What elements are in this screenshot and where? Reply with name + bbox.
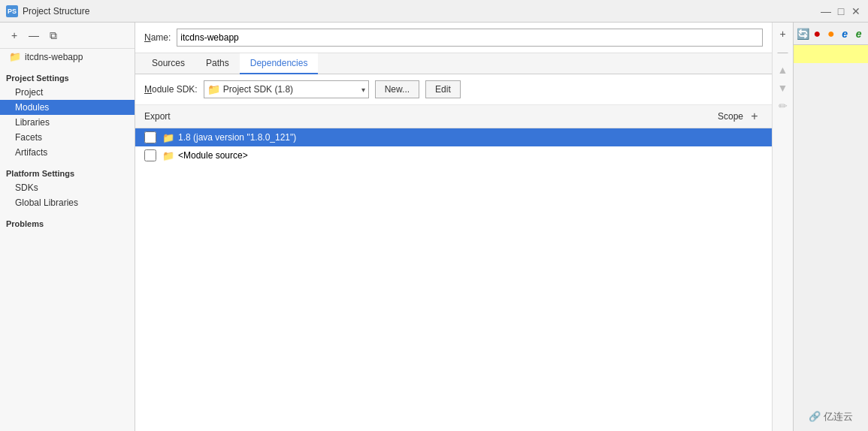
dep-down-side-button[interactable]: ▼ <box>775 80 791 96</box>
name-input[interactable] <box>177 29 763 47</box>
content-area: Name: Sources Paths Dependencies Module … <box>135 23 772 431</box>
tabs: Sources Paths Dependencies <box>135 53 772 74</box>
sdk-label: Module SDK: <box>144 84 198 95</box>
yellow-highlight-bar <box>794 45 868 63</box>
dep-row-jdk[interactable]: 📁 1.8 (java version "1.8.0_121") <box>135 128 772 146</box>
sdk-value: Project SDK (1.8) <box>223 84 358 95</box>
platform-settings-header: Platform Settings <box>0 163 135 180</box>
sidebar-item-modules[interactable]: Modules <box>0 100 135 115</box>
sdk-new-button[interactable]: New... <box>375 80 419 98</box>
brand-area: 🔗 亿连云 <box>794 63 868 431</box>
far-right-btn-red[interactable]: ● <box>811 26 824 42</box>
sidebar-remove-button[interactable]: — <box>26 27 42 44</box>
dep-jdk-name: 1.8 (java version "1.8.0_121") <box>178 132 688 143</box>
dep-table-header: Export Scope + <box>135 105 772 128</box>
project-settings-header: Project Settings <box>0 68 135 85</box>
title-bar-left: PS Project Structure <box>6 5 89 17</box>
sidebar-toolbar: + — ⧉ <box>0 23 135 49</box>
dep-jdk-checkbox[interactable] <box>144 131 156 143</box>
far-right-panel: 🔄 ● ● e e 🔗 亿连云 <box>793 23 868 431</box>
dep-scope-col-header: Scope <box>668 111 743 122</box>
dep-jdk-folder-icon: 📁 <box>162 132 174 143</box>
sidebar: + — ⧉ 📁 itcdns-webapp Project Settings P… <box>0 23 135 431</box>
dep-module-source-name: <Module source> <box>178 150 688 161</box>
sdk-folder-icon: 📁 <box>207 83 220 95</box>
title-bar-controls: — □ ✕ <box>820 5 862 17</box>
dep-module-source-checkbox[interactable] <box>144 149 156 161</box>
dep-up-side-button[interactable]: ▲ <box>775 62 791 78</box>
main-layout: + — ⧉ 📁 itcdns-webapp Project Settings P… <box>0 23 868 431</box>
far-right-btn-green[interactable]: e <box>853 26 866 42</box>
maximize-button[interactable]: □ <box>835 5 847 17</box>
dep-edit-side-button[interactable]: ✏ <box>775 98 791 114</box>
sidebar-item-artifacts[interactable]: Artifacts <box>0 145 135 160</box>
sdk-edit-button[interactable]: Edit <box>425 80 461 98</box>
sidebar-item-global-libraries[interactable]: Global Libraries <box>0 195 135 210</box>
green-e-icon: e <box>856 28 862 40</box>
refresh-icon: 🔄 <box>797 28 809 40</box>
brand-text: 🔗 亿连云 <box>809 410 853 423</box>
app-icon: PS <box>6 5 18 17</box>
tab-paths[interactable]: Paths <box>195 53 240 74</box>
sidebar-copy-button[interactable]: ⧉ <box>45 27 62 44</box>
dep-row-module-source[interactable]: 📁 <Module source> <box>135 146 772 164</box>
orange-circle-icon: ● <box>827 27 835 41</box>
far-right-btn-refresh[interactable]: 🔄 <box>797 26 809 42</box>
right-toolbar: + — ▲ ▼ ✏ <box>772 23 793 431</box>
name-label: Name: <box>144 32 171 43</box>
tree-item-label: itcdns-webapp <box>25 52 83 62</box>
dep-export-col-header: Export <box>144 111 204 122</box>
minimize-button[interactable]: — <box>820 5 832 17</box>
sidebar-item-project[interactable]: Project <box>0 85 135 100</box>
red-circle-icon: ● <box>813 27 821 41</box>
tree-item-webapp[interactable]: 📁 itcdns-webapp <box>0 49 135 65</box>
dep-add-button[interactable]: + <box>746 108 763 125</box>
close-button[interactable]: ✕ <box>850 5 862 17</box>
title-bar: PS Project Structure — □ ✕ <box>0 0 868 23</box>
dep-remove-side-button[interactable]: — <box>775 44 791 60</box>
far-right-btn-orange[interactable]: ● <box>825 26 838 42</box>
sidebar-item-facets[interactable]: Facets <box>0 130 135 145</box>
tab-dependencies[interactable]: Dependencies <box>240 53 319 74</box>
dep-list: 📁 1.8 (java version "1.8.0_121") 📁 <Modu… <box>135 128 772 431</box>
dep-add-side-button[interactable]: + <box>775 26 791 42</box>
far-right-toolbar: 🔄 ● ● e e <box>794 23 868 45</box>
sidebar-item-libraries[interactable]: Libraries <box>0 115 135 130</box>
sdk-select[interactable]: 📁 Project SDK (1.8) ▾ <box>204 80 369 98</box>
sidebar-add-button[interactable]: + <box>6 27 23 44</box>
tab-sources[interactable]: Sources <box>141 53 195 74</box>
blue-e-icon: e <box>842 28 848 40</box>
name-row: Name: <box>135 23 772 53</box>
far-right-btn-blue[interactable]: e <box>839 26 851 42</box>
problems-header: Problems <box>0 210 135 231</box>
dep-module-folder-icon: 📁 <box>162 150 174 161</box>
app-icon-text: PS <box>8 8 17 15</box>
sdk-dropdown-arrow-icon: ▾ <box>361 86 365 94</box>
webapp-folder-icon: 📁 <box>9 51 21 62</box>
dialog-title: Project Structure <box>23 6 89 17</box>
sdk-row: Module SDK: 📁 Project SDK (1.8) ▾ New...… <box>135 74 772 105</box>
sidebar-item-sdks[interactable]: SDKs <box>0 180 135 195</box>
